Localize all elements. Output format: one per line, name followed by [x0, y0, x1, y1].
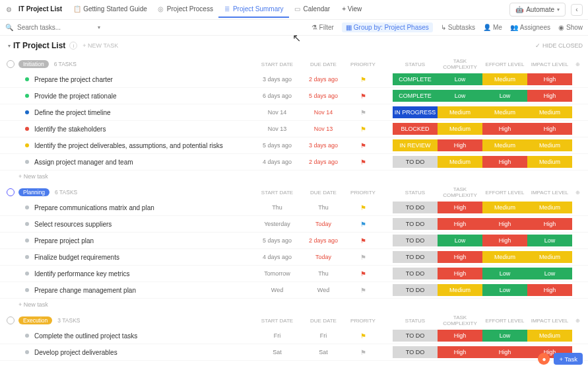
effort-badge[interactable]: Medium: [482, 106, 527, 118]
due-date[interactable]: Nov 13: [300, 126, 346, 132]
complexity-badge[interactable]: High: [438, 218, 482, 230]
due-date[interactable]: 3 days ago: [300, 142, 346, 149]
due-date[interactable]: Thu: [300, 270, 346, 277]
priority-flag[interactable]: ⚑: [346, 270, 379, 278]
section-header[interactable]: Planning 6 TASKS START DATE DUE DATE PRI…: [0, 185, 588, 200]
effort-badge[interactable]: Low: [482, 330, 527, 342]
impact-badge[interactable]: Medium: [527, 139, 572, 151]
complexity-badge[interactable]: High: [438, 202, 482, 213]
impact-badge[interactable]: Medium: [527, 106, 572, 118]
impact-badge[interactable]: High: [527, 218, 572, 230]
subtasks-button[interactable]: ↳Subtasks: [441, 24, 475, 31]
start-date[interactable]: Wed: [254, 287, 300, 293]
section-select-icon[interactable]: [7, 188, 15, 196]
complexity-badge[interactable]: Medium: [438, 123, 482, 135]
due-date[interactable]: Thu: [300, 204, 346, 211]
effort-badge[interactable]: High: [482, 218, 527, 230]
status-badge[interactable]: IN REVIEW: [393, 139, 438, 151]
start-date[interactable]: Nov 14: [254, 109, 300, 116]
impact-badge[interactable]: Medium: [527, 330, 572, 342]
priority-flag[interactable]: ⚑: [346, 221, 379, 228]
impact-badge[interactable]: Medium: [527, 156, 572, 168]
assignees-button[interactable]: 👥Assignees: [510, 24, 550, 31]
task-row[interactable]: Prepare change management plan Wed Wed ⚑…: [0, 282, 588, 299]
start-date[interactable]: 6 days ago: [254, 92, 300, 99]
priority-flag[interactable]: ⚑: [346, 237, 379, 244]
priority-flag[interactable]: ⚑: [346, 92, 379, 100]
task-row[interactable]: Identify the stakeholders Nov 13 Nov 13 …: [0, 121, 588, 137]
task-row[interactable]: Develop project deliverables Sat Sat ⚑ T…: [0, 344, 588, 361]
priority-flag[interactable]: ⚑: [346, 204, 379, 211]
share-button[interactable]: ‹: [571, 4, 583, 16]
status-badge[interactable]: TO DO: [393, 284, 438, 296]
complexity-badge[interactable]: Medium: [438, 106, 482, 118]
due-date[interactable]: 2 days ago: [300, 237, 346, 244]
start-date[interactable]: 4 days ago: [254, 159, 300, 165]
automate-button[interactable]: 🤖 Automate ▾: [509, 3, 566, 17]
start-date[interactable]: 5 days ago: [254, 237, 300, 244]
status-badge[interactable]: COMPLETE: [393, 73, 438, 85]
due-date[interactable]: Nov 14: [300, 109, 346, 116]
col-impact[interactable]: IMPACT LEVEL: [527, 61, 572, 67]
chevron-down-icon[interactable]: ▾: [8, 43, 11, 49]
col-status[interactable]: STATUS: [393, 61, 438, 67]
col-start[interactable]: START DATE: [254, 318, 300, 324]
impact-badge[interactable]: High: [527, 123, 572, 135]
section-select-icon[interactable]: [7, 316, 15, 324]
task-row[interactable]: Complete the outlined project tasks Fri …: [0, 328, 588, 344]
effort-badge[interactable]: High: [482, 123, 527, 135]
impact-badge[interactable]: Low: [527, 235, 572, 246]
complexity-badge[interactable]: Low: [438, 235, 482, 246]
section-header[interactable]: Initiation 6 TASKS START DATE DUE DATE P…: [0, 57, 588, 71]
complexity-badge[interactable]: High: [438, 268, 482, 279]
status-badge[interactable]: TO DO: [393, 156, 438, 168]
status-badge[interactable]: BLOCKED: [393, 123, 438, 135]
status-badge[interactable]: TO DO: [393, 202, 438, 213]
priority-flag[interactable]: ⚑: [346, 109, 379, 116]
start-date[interactable]: Sat: [254, 349, 300, 355]
tab-project-summary[interactable]: ≣Project Summary: [218, 1, 289, 18]
effort-badge[interactable]: Medium: [482, 73, 527, 85]
start-date[interactable]: 5 days ago: [254, 142, 300, 149]
effort-badge[interactable]: High: [482, 235, 527, 246]
info-icon[interactable]: i: [69, 42, 77, 50]
complexity-badge[interactable]: High: [438, 330, 482, 342]
due-date[interactable]: Sat: [300, 349, 346, 355]
task-row[interactable]: Prepare project plan 5 days ago 2 days a…: [0, 233, 588, 249]
col-priority[interactable]: PRIORITY: [346, 190, 379, 196]
col-priority[interactable]: PRIORITY: [346, 318, 379, 324]
complexity-badge[interactable]: High: [438, 346, 482, 358]
me-button[interactable]: 👤Me: [483, 24, 502, 31]
search-box[interactable]: 🔍 ▾: [5, 23, 100, 32]
status-badge[interactable]: IN PROGRESS: [393, 106, 438, 118]
task-row[interactable]: Identify the project deliverables, assum…: [0, 137, 588, 154]
add-column-button[interactable]: ⊕: [572, 190, 583, 196]
show-button[interactable]: ◉Show: [558, 24, 583, 31]
effort-badge[interactable]: High: [482, 346, 527, 358]
start-date[interactable]: Tomorrow: [254, 270, 300, 277]
effort-badge[interactable]: Medium: [482, 202, 527, 213]
col-priority[interactable]: PRIORITY: [346, 61, 379, 67]
task-row[interactable]: Assign project manager and team 4 days a…: [0, 154, 588, 170]
status-badge[interactable]: TO DO: [393, 251, 438, 263]
due-date[interactable]: Wed: [300, 287, 346, 293]
search-input[interactable]: [16, 23, 95, 32]
col-impact[interactable]: IMPACT LEVEL: [527, 318, 572, 324]
due-date[interactable]: Fri: [300, 332, 346, 339]
impact-badge[interactable]: High: [527, 284, 572, 296]
due-date[interactable]: 2 days ago: [300, 76, 346, 83]
status-badge[interactable]: TO DO: [393, 346, 438, 358]
complexity-badge[interactable]: High: [438, 139, 482, 151]
add-column-button[interactable]: ⊕: [572, 61, 583, 67]
start-date[interactable]: Nov 13: [254, 126, 300, 132]
impact-badge[interactable]: Medium: [527, 202, 572, 213]
col-start[interactable]: START DATE: [254, 190, 300, 196]
record-button[interactable]: ●: [538, 353, 550, 361]
priority-flag[interactable]: ⚑: [346, 76, 379, 83]
task-row[interactable]: Prepare communications matrix and plan T…: [0, 200, 588, 216]
due-date[interactable]: Today: [300, 221, 346, 227]
priority-flag[interactable]: ⚑: [346, 142, 379, 149]
list-settings-icon[interactable]: ⚙: [5, 7, 12, 13]
add-view[interactable]: + View: [337, 1, 367, 18]
due-date[interactable]: Today: [300, 254, 346, 260]
